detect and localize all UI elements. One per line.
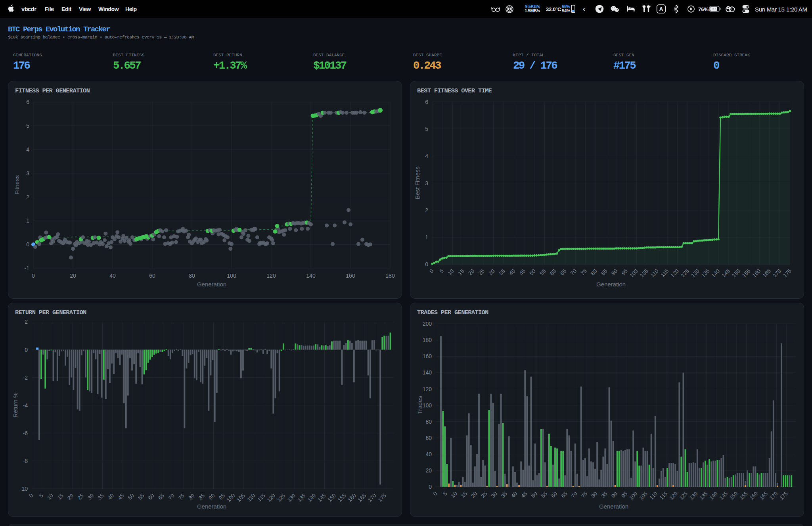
svg-text:10: 10 xyxy=(46,493,54,501)
svg-text:145: 145 xyxy=(718,491,729,501)
svg-text:5: 5 xyxy=(425,126,428,132)
svg-text:175: 175 xyxy=(782,268,793,279)
svg-text:155: 155 xyxy=(738,491,749,501)
svg-text:Trades: Trades xyxy=(416,396,423,414)
svg-text:40: 40 xyxy=(508,268,516,276)
svg-text:145: 145 xyxy=(316,493,327,503)
svg-text:100: 100 xyxy=(226,493,236,503)
svg-text:85: 85 xyxy=(197,493,206,501)
svg-text:35: 35 xyxy=(96,493,105,501)
svg-text:160: 160 xyxy=(748,491,759,501)
svg-text:40: 40 xyxy=(109,273,116,279)
svg-text:180: 180 xyxy=(423,337,432,343)
svg-text:130: 130 xyxy=(286,493,297,503)
svg-text:40: 40 xyxy=(425,451,432,457)
svg-text:160: 160 xyxy=(423,353,432,359)
svg-text:60: 60 xyxy=(425,435,432,441)
svg-text:160: 160 xyxy=(346,273,355,279)
svg-text:130: 130 xyxy=(688,491,699,501)
svg-text:60: 60 xyxy=(550,491,558,499)
svg-text:35: 35 xyxy=(500,491,508,499)
svg-text:135: 135 xyxy=(700,268,711,279)
svg-text:Fitness: Fitness xyxy=(13,175,20,194)
svg-text:110: 110 xyxy=(649,268,660,278)
svg-text:130: 130 xyxy=(690,268,701,279)
svg-text:60: 60 xyxy=(549,268,557,276)
svg-text:80: 80 xyxy=(590,268,598,276)
svg-text:150: 150 xyxy=(326,493,337,503)
svg-text:-1: -1 xyxy=(25,265,30,271)
svg-text:120: 120 xyxy=(669,268,680,279)
svg-text:95: 95 xyxy=(620,268,629,276)
svg-text:-2: -2 xyxy=(23,374,28,381)
svg-text:115: 115 xyxy=(659,268,670,278)
svg-text:80: 80 xyxy=(189,273,195,279)
svg-text:5: 5 xyxy=(439,268,445,275)
svg-text:45: 45 xyxy=(117,493,125,501)
svg-text:180: 180 xyxy=(385,273,395,279)
svg-text:0: 0 xyxy=(25,347,28,353)
svg-text:20: 20 xyxy=(470,491,478,499)
svg-text:150: 150 xyxy=(728,491,739,501)
svg-text:160: 160 xyxy=(751,268,762,279)
svg-text:165: 165 xyxy=(357,493,368,503)
svg-text:90: 90 xyxy=(610,268,619,276)
svg-text:1: 1 xyxy=(26,217,29,224)
svg-text:105: 105 xyxy=(638,491,649,501)
svg-text:110: 110 xyxy=(648,491,659,501)
svg-text:0: 0 xyxy=(32,273,35,279)
svg-text:140: 140 xyxy=(708,491,719,501)
svg-text:Generation: Generation xyxy=(197,281,226,288)
svg-text:5: 5 xyxy=(38,493,44,499)
svg-text:95: 95 xyxy=(218,493,226,501)
svg-text:2: 2 xyxy=(425,207,428,213)
svg-text:80: 80 xyxy=(187,493,195,501)
svg-text:105: 105 xyxy=(236,493,246,503)
svg-text:6: 6 xyxy=(425,99,428,105)
svg-text:125: 125 xyxy=(276,493,287,503)
svg-text:155: 155 xyxy=(337,493,347,503)
svg-text:-8: -8 xyxy=(23,458,28,464)
svg-text:150: 150 xyxy=(731,268,741,279)
svg-text:Generation: Generation xyxy=(596,281,626,288)
svg-text:85: 85 xyxy=(600,491,609,499)
svg-text:120: 120 xyxy=(266,273,276,279)
svg-text:140: 140 xyxy=(710,268,721,279)
svg-text:125: 125 xyxy=(678,491,689,501)
svg-text:165: 165 xyxy=(761,268,772,279)
svg-text:35: 35 xyxy=(498,268,506,276)
svg-text:170: 170 xyxy=(772,268,782,279)
svg-text:50: 50 xyxy=(530,491,538,499)
svg-text:25: 25 xyxy=(77,493,85,501)
svg-text:0: 0 xyxy=(28,493,34,499)
svg-text:Generation: Generation xyxy=(599,503,628,510)
svg-text:2: 2 xyxy=(25,319,28,325)
svg-text:0: 0 xyxy=(26,241,29,248)
svg-text:20: 20 xyxy=(467,268,475,276)
svg-text:-6: -6 xyxy=(23,430,28,436)
svg-text:170: 170 xyxy=(768,491,779,501)
svg-text:50: 50 xyxy=(127,493,135,501)
svg-text:120: 120 xyxy=(423,386,432,392)
svg-text:140: 140 xyxy=(306,273,316,279)
svg-text:-10: -10 xyxy=(20,486,28,492)
svg-text:140: 140 xyxy=(423,369,432,376)
svg-text:70: 70 xyxy=(569,268,578,276)
svg-text:0: 0 xyxy=(429,484,432,490)
svg-text:30: 30 xyxy=(490,491,498,499)
svg-text:40: 40 xyxy=(510,491,518,499)
svg-text:30: 30 xyxy=(488,268,496,276)
svg-text:175: 175 xyxy=(778,491,789,501)
svg-text:4: 4 xyxy=(425,153,428,159)
svg-text:105: 105 xyxy=(639,268,649,279)
svg-text:100: 100 xyxy=(227,273,236,279)
svg-text:90: 90 xyxy=(610,491,619,499)
svg-text:70: 70 xyxy=(570,491,578,499)
svg-text:60: 60 xyxy=(149,273,155,279)
svg-text:95: 95 xyxy=(620,491,628,499)
svg-text:145: 145 xyxy=(720,268,731,279)
svg-text:50: 50 xyxy=(529,268,537,276)
svg-text:40: 40 xyxy=(107,493,115,501)
svg-text:115: 115 xyxy=(256,493,266,503)
svg-text:80: 80 xyxy=(590,491,598,499)
